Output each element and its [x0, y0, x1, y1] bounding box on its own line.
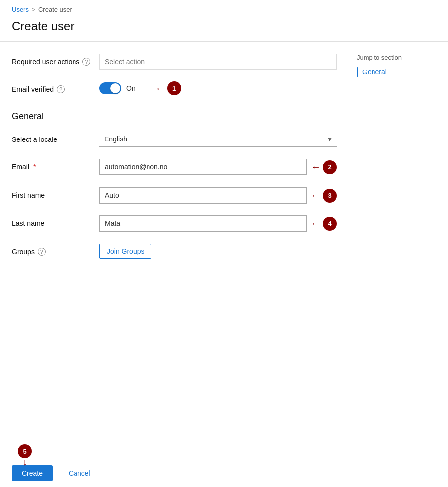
last-name-label: Last name: [12, 215, 91, 227]
toggle-thumb: [110, 83, 120, 93]
arrow-1: ←: [155, 83, 165, 94]
annotation-4-wrapper: ← 4: [311, 217, 337, 231]
first-name-control: ← 3: [99, 187, 337, 204]
first-name-label: First name: [12, 187, 91, 199]
general-section-header: General: [12, 107, 337, 122]
email-control: ← 2: [99, 159, 337, 175]
page-title: Create user: [12, 19, 436, 33]
first-name-input[interactable]: [99, 187, 307, 204]
locale-control: English German French ▼: [99, 132, 337, 147]
groups-help-icon[interactable]: ?: [38, 248, 46, 256]
first-name-inline: ← 3: [99, 187, 337, 204]
nav-section-indicator: [357, 67, 358, 77]
locale-row: Select a locale English German French ▼: [12, 132, 337, 147]
required-actions-control: [99, 54, 337, 70]
email-verified-control: On ← 1: [99, 81, 337, 95]
email-verified-label: Email verified ?: [12, 81, 91, 93]
last-name-control: ← 4: [99, 215, 337, 232]
toggle-on-label: On: [126, 84, 136, 92]
annotation-1-wrapper: ← 1: [155, 81, 181, 95]
annotation-3-wrapper: ← 3: [311, 189, 337, 203]
annotation-circle-4: 4: [323, 217, 337, 231]
join-groups-button[interactable]: Join Groups: [99, 244, 151, 259]
email-verified-toggle-row: On ← 1: [99, 81, 337, 95]
email-required-marker: *: [33, 163, 36, 171]
breadcrumb-separator: >: [32, 6, 35, 13]
general-nav-link[interactable]: General: [357, 67, 436, 77]
email-input[interactable]: [99, 159, 307, 175]
required-actions-label: Required user actions ?: [12, 54, 91, 66]
breadcrumb-users-link[interactable]: Users: [12, 6, 29, 13]
required-actions-row: Required user actions ?: [12, 54, 337, 70]
breadcrumb-current: Create user: [38, 6, 72, 13]
last-name-inline: ← 4: [99, 215, 337, 232]
first-name-row: First name ← 3: [12, 187, 337, 204]
email-row: Email * ← 2: [12, 159, 337, 175]
required-actions-help-icon[interactable]: ?: [82, 58, 90, 66]
annotation-2-wrapper: ← 2: [311, 160, 337, 174]
required-actions-input[interactable]: [99, 54, 337, 70]
groups-control: Join Groups: [99, 244, 337, 259]
arrow-4: ←: [311, 218, 321, 229]
annotation-circle-1: 1: [167, 81, 181, 95]
form-area: Required user actions ? Email verified ?: [12, 54, 337, 271]
locale-label: Select a locale: [12, 132, 91, 143]
main-content: Required user actions ? Email verified ?: [0, 42, 448, 282]
groups-row: Groups ? Join Groups: [12, 244, 337, 259]
general-nav-label: General: [362, 68, 387, 76]
last-name-input[interactable]: [99, 215, 307, 232]
email-inline: ← 2: [99, 159, 337, 175]
email-verified-row: Email verified ? On ← 1: [12, 81, 337, 95]
email-verified-toggle[interactable]: [99, 82, 121, 94]
jump-to-section-label: Jump to section: [357, 54, 436, 61]
email-label: Email *: [12, 159, 91, 171]
groups-label: Groups ?: [12, 244, 91, 256]
last-name-row: Last name ← 4: [12, 215, 337, 232]
annotation-circle-2: 2: [323, 160, 337, 174]
arrow-3: ←: [311, 190, 321, 201]
toggle-track: [99, 82, 121, 94]
locale-select-wrapper: English German French ▼: [99, 132, 337, 147]
annotation-circle-3: 3: [323, 189, 337, 203]
page-header: Create user: [0, 17, 448, 42]
locale-select[interactable]: English German French: [99, 132, 337, 147]
breadcrumb: Users > Create user: [0, 0, 448, 17]
sidebar-nav: Jump to section General: [357, 54, 436, 271]
email-verified-help-icon[interactable]: ?: [57, 85, 65, 93]
arrow-2: ←: [311, 161, 321, 173]
